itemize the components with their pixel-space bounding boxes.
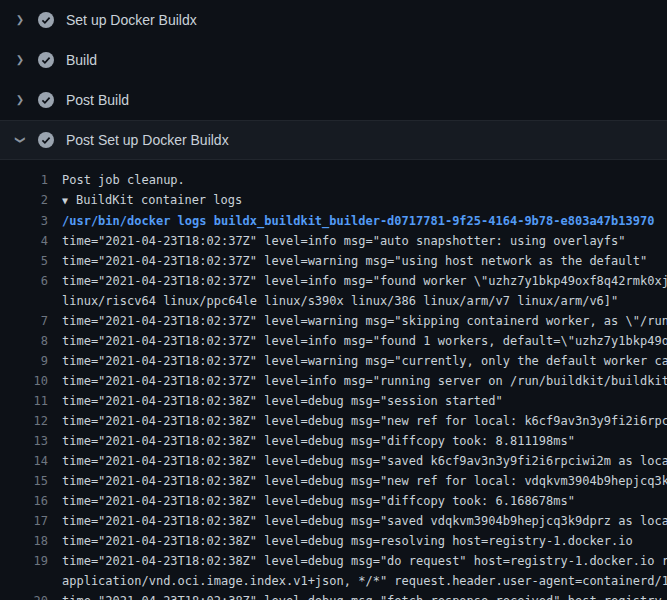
log-line-number[interactable]: 18 — [0, 531, 62, 551]
log-line-text: time="2021-04-23T18:02:38Z" level=debug … — [62, 451, 667, 471]
check-circle-icon — [38, 52, 54, 68]
step-row-set-up-docker-buildx[interactable]: ❯Set up Docker Buildx — [0, 0, 667, 40]
log-line-number[interactable]: 9 — [0, 351, 62, 371]
log-line: 17time="2021-04-23T18:02:38Z" level=debu… — [0, 511, 667, 531]
log-line-text: time="2021-04-23T18:02:37Z" level=info m… — [62, 371, 667, 391]
log-line: 16time="2021-04-23T18:02:38Z" level=debu… — [0, 491, 667, 511]
log-line-text: time="2021-04-23T18:02:38Z" level=debug … — [62, 591, 662, 600]
step-label: Post Set up Docker Buildx — [66, 132, 229, 148]
log-line-number-empty — [0, 571, 62, 591]
log-line: 7time="2021-04-23T18:02:37Z" level=warni… — [0, 311, 667, 331]
log-line: 13time="2021-04-23T18:02:38Z" level=debu… — [0, 431, 667, 451]
log-line-number[interactable]: 2 — [0, 190, 62, 211]
log-line-text: time="2021-04-23T18:02:38Z" level=debug … — [62, 431, 575, 451]
log-lines: 1Post job cleanup.2▼BuildKit container l… — [0, 160, 667, 600]
log-line-number[interactable]: 13 — [0, 431, 62, 451]
log-line-number[interactable]: 7 — [0, 311, 62, 331]
log-line: 12time="2021-04-23T18:02:38Z" level=debu… — [0, 411, 667, 431]
log-line-text: time="2021-04-23T18:02:37Z" level=warnin… — [62, 351, 667, 371]
log-line-number[interactable]: 12 — [0, 411, 62, 431]
log-line-number[interactable]: 10 — [0, 371, 62, 391]
log-line-number[interactable]: 15 — [0, 471, 62, 491]
step-row-post-build[interactable]: ❯Post Build — [0, 80, 667, 120]
steps-list: ❯Set up Docker Buildx❯Build❯Post Build❯P… — [0, 0, 667, 160]
chevron-right-icon: ❯ — [14, 95, 26, 105]
log-line-number[interactable]: 5 — [0, 251, 62, 271]
log-line-text: linux/riscv64 linux/ppc64le linux/s390x … — [62, 291, 618, 311]
log-line: 15time="2021-04-23T18:02:38Z" level=debu… — [0, 471, 667, 491]
log-line: 6time="2021-04-23T18:02:37Z" level=info … — [0, 271, 667, 291]
log-command-text: /usr/bin/docker logs buildx_buildkit_bui… — [62, 211, 654, 231]
log-line-text: application/vnd.oci.image.index.v1+json,… — [62, 571, 667, 591]
log-line: 11time="2021-04-23T18:02:38Z" level=debu… — [0, 391, 667, 411]
log-line-number[interactable]: 14 — [0, 451, 62, 471]
log-line: 19time="2021-04-23T18:02:38Z" level=debu… — [0, 551, 667, 571]
check-circle-icon — [38, 132, 54, 148]
chevron-down-icon: ❯ — [15, 134, 25, 146]
log-line-text: time="2021-04-23T18:02:38Z" level=debug … — [62, 491, 575, 511]
check-circle-icon — [38, 12, 54, 28]
log-line: 1Post job cleanup. — [0, 170, 667, 190]
log-line-text: time="2021-04-23T18:02:38Z" level=debug … — [62, 471, 667, 491]
log-line-number[interactable]: 11 — [0, 391, 62, 411]
check-circle-icon — [38, 92, 54, 108]
chevron-right-icon: ❯ — [14, 55, 26, 65]
log-line: 10time="2021-04-23T18:02:37Z" level=info… — [0, 371, 667, 391]
log-line: 2▼BuildKit container logs — [0, 190, 667, 211]
log-line-number[interactable]: 8 — [0, 331, 62, 351]
log-line-number[interactable]: 17 — [0, 511, 62, 531]
log-line: 9time="2021-04-23T18:02:37Z" level=warni… — [0, 351, 667, 371]
log-line-wrap: application/vnd.oci.image.index.v1+json,… — [0, 571, 667, 591]
log-line-number[interactable]: 3 — [0, 211, 62, 231]
chevron-right-icon: ❯ — [14, 15, 26, 25]
log-line: 18time="2021-04-23T18:02:38Z" level=debu… — [0, 531, 667, 551]
log-line-text: time="2021-04-23T18:02:38Z" level=debug … — [62, 551, 667, 571]
step-label: Build — [66, 52, 97, 68]
log-line-text: time="2021-04-23T18:02:38Z" level=debug … — [62, 411, 667, 431]
log-line-text: time="2021-04-23T18:02:38Z" level=debug … — [62, 531, 633, 551]
log-group-label[interactable]: BuildKit container logs — [76, 193, 242, 207]
step-label: Post Build — [66, 92, 129, 108]
log-line-number[interactable]: 19 — [0, 551, 62, 571]
log-line-text: time="2021-04-23T18:02:37Z" level=info m… — [62, 231, 626, 251]
log-line-number[interactable]: 1 — [0, 170, 62, 190]
log-line-text: time="2021-04-23T18:02:37Z" level=info m… — [62, 331, 667, 351]
log-group-toggle-icon[interactable]: ▼ — [62, 195, 68, 206]
log-line: 3/usr/bin/docker logs buildx_buildkit_bu… — [0, 211, 667, 231]
step-row-post-set-up-docker-buildx[interactable]: ❯Post Set up Docker Buildx — [0, 120, 667, 160]
log-line: 8time="2021-04-23T18:02:37Z" level=info … — [0, 331, 667, 351]
log-line-number-empty — [0, 291, 62, 311]
log-line-number[interactable]: 16 — [0, 491, 62, 511]
log-line: 14time="2021-04-23T18:02:38Z" level=debu… — [0, 451, 667, 471]
log-line: 4time="2021-04-23T18:02:37Z" level=info … — [0, 231, 667, 251]
workflow-log-panel: ❯Set up Docker Buildx❯Build❯Post Build❯P… — [0, 0, 667, 600]
log-line: 5time="2021-04-23T18:02:37Z" level=warni… — [0, 251, 667, 271]
log-line-text: time="2021-04-23T18:02:38Z" level=debug … — [62, 391, 503, 411]
log-line-number[interactable]: 4 — [0, 231, 62, 251]
log-line-number[interactable]: 6 — [0, 271, 62, 291]
log-line-text: time="2021-04-23T18:02:38Z" level=debug … — [62, 511, 667, 531]
log-line-text: time="2021-04-23T18:02:37Z" level=warnin… — [62, 251, 647, 271]
log-line: 20time="2021-04-23T18:02:38Z" level=debu… — [0, 591, 667, 600]
log-line-text: ▼BuildKit container logs — [62, 190, 242, 211]
step-row-build[interactable]: ❯Build — [0, 40, 667, 80]
log-line-number[interactable]: 20 — [0, 591, 62, 600]
log-line-text: time="2021-04-23T18:02:37Z" level=warnin… — [62, 311, 667, 331]
log-line-text: Post job cleanup. — [62, 170, 185, 190]
step-label: Set up Docker Buildx — [66, 12, 197, 28]
log-line-wrap: linux/riscv64 linux/ppc64le linux/s390x … — [0, 291, 667, 311]
log-line-text: time="2021-04-23T18:02:37Z" level=info m… — [62, 271, 667, 291]
